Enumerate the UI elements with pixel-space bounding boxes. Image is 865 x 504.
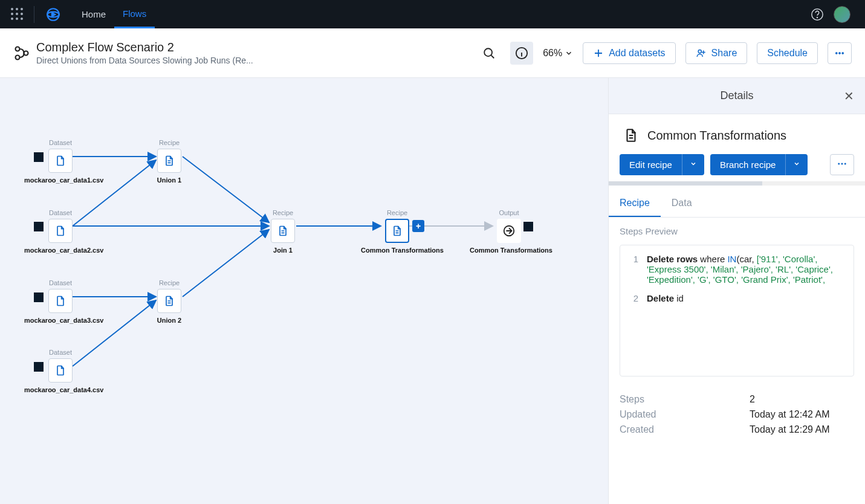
dataset-icon[interactable] — [48, 219, 73, 243]
dataset-node-2[interactable]: Dataset mockaroo_car_data2.csv — [24, 209, 97, 254]
help-icon[interactable] — [811, 8, 824, 21]
scroll-indicator — [609, 181, 865, 186]
edit-recipe-dropdown[interactable] — [682, 154, 704, 175]
svg-point-12 — [842, 52, 844, 54]
logo-icon[interactable] — [45, 7, 61, 22]
title-block: Complex Flow Scenario 2 Direct Unions fr… — [36, 40, 253, 65]
search-button[interactable] — [478, 42, 501, 65]
svg-line-19 — [183, 230, 269, 297]
svg-point-10 — [835, 52, 837, 54]
edit-recipe-button[interactable]: Edit recipe — [620, 154, 682, 175]
flow-icon — [13, 45, 30, 62]
flow-canvas[interactable]: Dataset mockaroo_car_data1.csv Dataset m… — [0, 78, 608, 504]
close-icon[interactable]: ✕ — [844, 89, 854, 103]
divider — [34, 6, 34, 23]
headerbar: Complex Flow Scenario 2 Direct Unions fr… — [0, 28, 865, 78]
output-node[interactable]: Output Common Transformations — [470, 209, 548, 254]
page-title: Complex Flow Scenario 2 — [36, 40, 253, 54]
recipe-icon — [623, 128, 639, 143]
recipe-node-join1[interactable]: Recipe Join 1 — [259, 209, 307, 254]
output-icon[interactable] — [497, 219, 521, 243]
recipe-icon[interactable] — [271, 219, 295, 243]
page-subtitle: Direct Unions from Data Sources Slowing … — [36, 56, 253, 65]
recipe-icon[interactable] — [157, 289, 181, 313]
step-row: 2 Delete id — [631, 293, 843, 303]
add-datasets-button[interactable]: Add datasets — [583, 42, 675, 64]
info-button[interactable] — [510, 42, 533, 65]
schedule-button[interactable]: Schedule — [757, 42, 818, 64]
ellipsis-icon — [837, 158, 847, 169]
user-avatar[interactable] — [834, 6, 850, 23]
svg-point-25 — [844, 163, 846, 165]
svg-point-5 — [16, 55, 20, 59]
ellipsis-icon — [834, 48, 845, 59]
svg-line-15 — [183, 157, 269, 222]
more-button[interactable] — [828, 42, 852, 64]
dataset-node-1[interactable]: Dataset mockaroo_car_data1.csv — [24, 139, 97, 184]
dataset-node-4[interactable]: Dataset mockaroo_car_data4.csv — [24, 349, 97, 393]
recipe-icon[interactable] — [385, 219, 409, 243]
meta-block: Steps2 UpdatedToday at 12:42 AM CreatedT… — [609, 389, 865, 451]
plus-icon — [593, 48, 604, 59]
zoom-level[interactable]: 66% — [543, 48, 573, 59]
svg-point-9 — [698, 50, 701, 53]
tab-data[interactable]: Data — [661, 190, 703, 217]
svg-point-3 — [817, 17, 817, 18]
share-icon — [696, 48, 707, 59]
steps-box: 1 Delete rows where IN(car, ['911', 'Cor… — [620, 245, 854, 376]
recipe-node-union2[interactable]: Recipe Union 2 — [145, 279, 193, 324]
topbar: Home Flows — [0, 0, 865, 28]
share-button[interactable]: Share — [685, 42, 748, 64]
dataset-icon[interactable] — [48, 149, 73, 173]
selection-name: Common Transformations — [647, 129, 786, 143]
recipe-icon[interactable] — [157, 149, 181, 173]
chevron-down-icon — [793, 160, 800, 167]
details-more-button[interactable] — [830, 154, 854, 175]
svg-point-7 — [484, 48, 492, 56]
branch-recipe-button[interactable]: Branch recipe — [710, 154, 786, 175]
branch-recipe-dropdown[interactable] — [785, 154, 808, 175]
steps-preview-label: Steps Preview — [609, 218, 865, 245]
recipe-node-union1[interactable]: Recipe Union 1 — [145, 139, 193, 184]
svg-point-4 — [16, 47, 20, 51]
dataset-icon[interactable] — [48, 289, 73, 313]
nav-flows[interactable]: Flows — [114, 1, 155, 28]
add-output-button[interactable]: + — [412, 220, 424, 232]
step-row: 1 Delete rows where IN(car, ['911', 'Cor… — [631, 254, 843, 285]
details-panel: Details ✕ Common Transformations Edit re… — [608, 78, 865, 504]
step-body: Delete id — [647, 293, 843, 303]
dataset-node-3[interactable]: Dataset mockaroo_car_data3.csv — [24, 279, 97, 324]
svg-point-11 — [839, 52, 841, 54]
step-body: Delete rows where IN(car, ['911', 'Corol… — [647, 254, 843, 285]
svg-point-24 — [841, 163, 843, 165]
svg-point-23 — [838, 163, 840, 165]
apps-menu-button[interactable] — [6, 4, 28, 25]
dataset-icon[interactable] — [48, 358, 73, 383]
nav-home[interactable]: Home — [73, 1, 114, 27]
chevron-down-icon — [690, 160, 697, 167]
tab-recipe[interactable]: Recipe — [609, 190, 661, 217]
details-heading: Details — [720, 89, 753, 102]
chevron-down-icon — [565, 49, 573, 57]
